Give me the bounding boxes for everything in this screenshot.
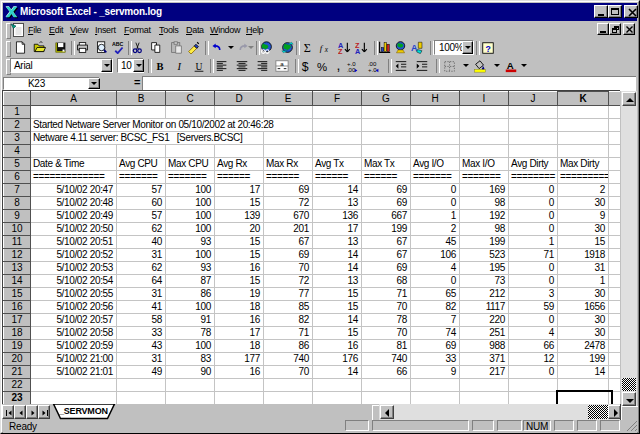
svg-text:U: U [196,61,203,72]
svg-text:Z: Z [338,47,343,54]
svg-text:A: A [355,47,361,54]
svg-text:.00: .00 [347,66,356,73]
svg-text:+.0: +.0 [368,66,377,73]
svg-text:$: $ [302,60,309,73]
svg-text:I: I [176,61,181,72]
svg-text:f: f [320,43,324,53]
svg-text:a: a [280,60,284,67]
svg-text:?: ? [485,44,490,54]
svg-text:A: A [507,60,514,71]
svg-text:x: x [324,45,329,54]
svg-text:,: , [337,59,341,73]
svg-text:%: % [317,61,327,73]
svg-text:ABC: ABC [112,41,124,47]
svg-text:Σ: Σ [304,41,311,54]
svg-text:B: B [157,61,164,72]
